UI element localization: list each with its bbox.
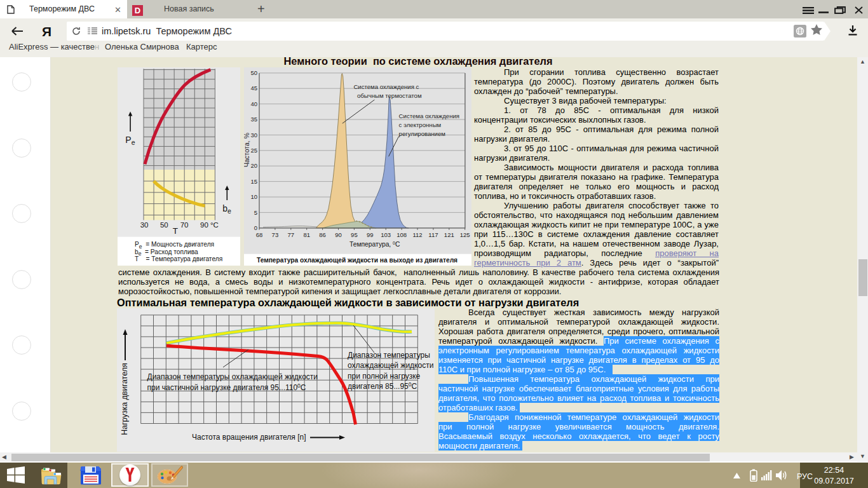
svg-text:15: 15 [250,178,257,185]
svg-text:при частичной нагрузке двигате: при частичной нагрузке двигателя 95...11… [147,383,306,392]
svg-text:с электронным: с электронным [398,121,441,128]
svg-text:99: 99 [367,231,374,238]
svg-text:30: 30 [140,220,148,228]
svg-text:77: 77 [287,231,294,238]
svg-text:Нагрузка двигателя: Нагрузка двигателя [120,363,129,435]
svg-text:35: 35 [250,116,257,123]
svg-text:103: 103 [381,231,391,238]
svg-text:81: 81 [303,231,310,238]
svg-text:0: 0 [254,224,257,231]
svg-text:112: 112 [412,231,422,238]
svg-text:45: 45 [250,85,257,92]
svg-text:регулированием: регулированием [398,130,445,137]
svg-text:25: 25 [250,147,257,154]
svg-text:125: 125 [459,231,470,238]
svg-text:108: 108 [397,231,407,238]
svg-text:10: 10 [250,193,257,200]
svg-text:обычным термостатом: обычным термостатом [357,92,422,99]
svg-text:50: 50 [250,69,257,76]
svg-text:40: 40 [250,100,257,107]
svg-text:68: 68 [255,231,262,238]
svg-text:121: 121 [444,231,454,238]
svg-text:30: 30 [250,131,257,138]
svg-text:°C: °C [210,220,219,228]
svg-text:Частота, %: Частота, % [244,133,250,167]
svg-text:T = Температура двигателя: T = Температура двигателя [135,255,222,262]
svg-text:50: 50 [160,220,168,228]
svg-text:5: 5 [254,208,257,215]
svg-text:20: 20 [250,162,257,169]
svg-text:при полной нагрузке: при полной нагрузке [348,372,421,381]
svg-text:T: T [172,226,177,236]
svg-text:86: 86 [319,231,326,238]
svg-text:73: 73 [271,231,278,238]
svg-text:90: 90 [200,220,208,228]
svg-text:Диапазон температуры охлаждающ: Диапазон температуры охлаждающей жидкост… [147,372,318,381]
svg-text:Система охлаждения: Система охлаждения [398,112,459,119]
svg-text:Температура, 0С: Температура, 0С [349,240,400,247]
svg-text:Система охлаждения с: Система охлаждения с [353,83,419,90]
svg-text:70: 70 [180,220,188,228]
svg-text:Частота вращения двигателя [n]: Частота вращения двигателя [n] [192,433,306,442]
svg-text:Температура охлаждающей жидкос: Температура охлаждающей жидкости на выхо… [257,257,458,264]
svg-text:95: 95 [351,231,358,238]
svg-text:117: 117 [428,231,438,238]
svg-text:Диапазон температуры: Диапазон температуры [348,351,430,360]
svg-text:90: 90 [335,231,342,238]
svg-text:охлаждающей жидкости: охлаждающей жидкости [348,361,433,370]
svg-text:двигателя 85...950С: двигателя 85...950С [348,381,417,391]
